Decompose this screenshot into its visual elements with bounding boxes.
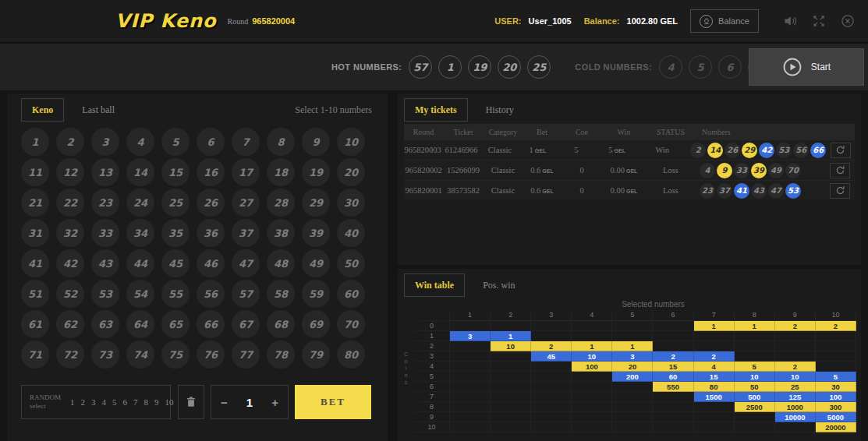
random-count-option[interactable]: 4 bbox=[102, 397, 107, 407]
keno-number-44[interactable]: 44 bbox=[126, 249, 154, 277]
stepper-minus-button[interactable]: − bbox=[221, 396, 228, 409]
fullscreen-icon[interactable] bbox=[810, 12, 828, 30]
keno-number-66[interactable]: 66 bbox=[197, 310, 225, 338]
volume-icon[interactable] bbox=[781, 12, 799, 30]
keno-number-79[interactable]: 79 bbox=[302, 340, 330, 369]
keno-number-62[interactable]: 62 bbox=[56, 310, 84, 338]
keno-number-29[interactable]: 29 bbox=[302, 189, 330, 217]
keno-number-10[interactable]: 10 bbox=[337, 128, 365, 156]
keno-number-59[interactable]: 59 bbox=[302, 280, 330, 308]
keno-number-75[interactable]: 75 bbox=[161, 340, 190, 369]
keno-number-35[interactable]: 35 bbox=[161, 219, 190, 247]
keno-number-20[interactable]: 20 bbox=[337, 158, 365, 186]
keno-number-5[interactable]: 5 bbox=[161, 128, 190, 156]
keno-number-17[interactable]: 17 bbox=[232, 158, 260, 186]
keno-number-73[interactable]: 73 bbox=[91, 340, 119, 369]
random-count-option[interactable]: 5 bbox=[112, 397, 117, 407]
keno-number-19[interactable]: 19 bbox=[302, 158, 330, 186]
keno-number-28[interactable]: 28 bbox=[267, 189, 295, 217]
keno-number-65[interactable]: 65 bbox=[161, 310, 190, 338]
keno-number-76[interactable]: 76 bbox=[197, 340, 225, 369]
keno-number-11[interactable]: 11 bbox=[21, 158, 49, 186]
repeat-bet-button[interactable] bbox=[830, 183, 850, 199]
keno-number-24[interactable]: 24 bbox=[126, 189, 154, 217]
keno-number-42[interactable]: 42 bbox=[56, 249, 84, 277]
keno-number-31[interactable]: 31 bbox=[21, 219, 49, 247]
keno-number-2[interactable]: 2 bbox=[56, 128, 84, 156]
keno-number-15[interactable]: 15 bbox=[161, 158, 190, 186]
keno-number-74[interactable]: 74 bbox=[126, 340, 154, 369]
keno-number-60[interactable]: 60 bbox=[337, 280, 365, 308]
keno-number-70[interactable]: 70 bbox=[337, 310, 365, 338]
clear-selection-button[interactable] bbox=[178, 385, 204, 419]
stepper-plus-button[interactable]: + bbox=[271, 396, 278, 409]
keno-number-4[interactable]: 4 bbox=[126, 128, 154, 156]
random-count-option[interactable]: 1 bbox=[70, 397, 75, 407]
keno-number-78[interactable]: 78 bbox=[267, 340, 295, 369]
keno-number-49[interactable]: 49 bbox=[302, 249, 330, 277]
keno-number-13[interactable]: 13 bbox=[91, 158, 119, 186]
keno-number-22[interactable]: 22 bbox=[56, 189, 84, 217]
keno-number-53[interactable]: 53 bbox=[91, 280, 119, 308]
random-count-option[interactable]: 2 bbox=[81, 397, 86, 407]
keno-number-27[interactable]: 27 bbox=[232, 189, 260, 217]
keno-number-51[interactable]: 51 bbox=[21, 280, 49, 308]
keno-number-30[interactable]: 30 bbox=[337, 189, 365, 217]
keno-number-67[interactable]: 67 bbox=[232, 310, 260, 338]
keno-number-39[interactable]: 39 bbox=[302, 219, 330, 247]
keno-number-64[interactable]: 64 bbox=[126, 310, 154, 338]
close-icon[interactable] bbox=[838, 12, 857, 30]
random-count-option[interactable]: 10 bbox=[165, 397, 174, 407]
keno-number-40[interactable]: 40 bbox=[337, 219, 365, 247]
keno-number-69[interactable]: 69 bbox=[302, 310, 330, 338]
keno-number-21[interactable]: 21 bbox=[21, 189, 49, 217]
keno-number-37[interactable]: 37 bbox=[232, 219, 260, 247]
keno-number-23[interactable]: 23 bbox=[91, 189, 119, 217]
tab-my-tickets[interactable]: My tickets bbox=[404, 98, 468, 122]
random-count-option[interactable]: 6 bbox=[123, 397, 128, 407]
keno-number-68[interactable]: 68 bbox=[267, 310, 295, 338]
random-count-option[interactable]: 7 bbox=[133, 397, 138, 407]
keno-number-8[interactable]: 8 bbox=[267, 128, 295, 156]
start-button[interactable]: Start bbox=[749, 48, 864, 86]
keno-number-16[interactable]: 16 bbox=[197, 158, 225, 186]
keno-number-47[interactable]: 47 bbox=[232, 249, 260, 277]
tab-keno[interactable]: Keno bbox=[21, 98, 64, 122]
keno-number-41[interactable]: 41 bbox=[21, 249, 49, 277]
keno-number-45[interactable]: 45 bbox=[161, 249, 190, 277]
keno-number-55[interactable]: 55 bbox=[161, 280, 190, 308]
keno-number-12[interactable]: 12 bbox=[56, 158, 84, 186]
repeat-bet-button[interactable] bbox=[831, 143, 851, 158]
keno-number-3[interactable]: 3 bbox=[91, 128, 119, 156]
keno-number-80[interactable]: 80 bbox=[337, 340, 365, 369]
keno-number-14[interactable]: 14 bbox=[126, 158, 154, 186]
tab-win-table[interactable]: Win table bbox=[404, 273, 465, 297]
tab-last-ball[interactable]: Last ball bbox=[72, 98, 125, 122]
keno-number-46[interactable]: 46 bbox=[197, 249, 225, 277]
keno-number-1[interactable]: 1 bbox=[21, 128, 49, 156]
keno-number-56[interactable]: 56 bbox=[197, 280, 225, 308]
keno-number-18[interactable]: 18 bbox=[267, 158, 295, 186]
balance-button[interactable]: Balance bbox=[690, 9, 759, 33]
keno-number-63[interactable]: 63 bbox=[91, 310, 119, 338]
keno-number-9[interactable]: 9 bbox=[302, 128, 330, 156]
keno-number-33[interactable]: 33 bbox=[91, 219, 119, 247]
random-count-option[interactable]: 8 bbox=[144, 397, 149, 407]
keno-number-25[interactable]: 25 bbox=[161, 189, 190, 217]
keno-number-61[interactable]: 61 bbox=[21, 310, 49, 338]
keno-number-48[interactable]: 48 bbox=[267, 249, 295, 277]
keno-number-6[interactable]: 6 bbox=[197, 128, 225, 156]
bet-button[interactable]: BET bbox=[295, 385, 371, 419]
keno-number-77[interactable]: 77 bbox=[232, 340, 260, 369]
tab-history[interactable]: History bbox=[476, 98, 524, 122]
keno-number-54[interactable]: 54 bbox=[126, 280, 154, 308]
keno-number-7[interactable]: 7 bbox=[232, 128, 260, 156]
random-count-option[interactable]: 9 bbox=[154, 397, 159, 407]
random-count-option[interactable]: 3 bbox=[91, 397, 96, 407]
keno-number-72[interactable]: 72 bbox=[56, 340, 84, 369]
keno-number-52[interactable]: 52 bbox=[56, 280, 84, 308]
repeat-bet-button[interactable] bbox=[830, 163, 850, 178]
keno-number-32[interactable]: 32 bbox=[56, 219, 84, 247]
keno-number-38[interactable]: 38 bbox=[267, 219, 295, 247]
keno-number-36[interactable]: 36 bbox=[197, 219, 225, 247]
